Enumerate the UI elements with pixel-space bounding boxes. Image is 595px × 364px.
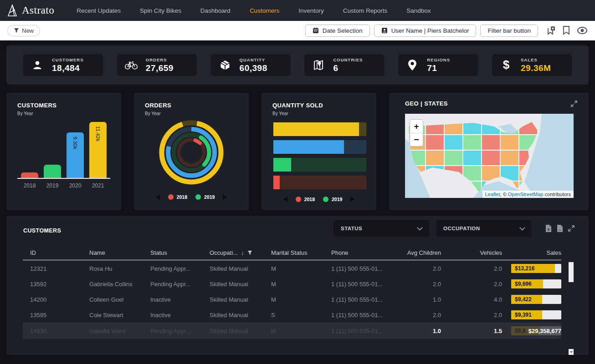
- cell-id: 14200: [23, 296, 89, 303]
- kpi-card-countries[interactable]: COUNTRIES6: [304, 54, 384, 76]
- state-shape[interactable]: [500, 135, 519, 150]
- status-filter-dropdown[interactable]: STATUS: [333, 220, 429, 237]
- sales-cell: $9,422: [502, 295, 561, 304]
- totals-sales: $29,358,677: [502, 328, 561, 334]
- table-row[interactable]: 13592Gabriella CollinsPending Appr...Ski…: [23, 276, 561, 292]
- totals-vehicles: 1.5: [441, 328, 502, 334]
- sort-desc-icon[interactable]: ↓: [241, 249, 244, 256]
- cell-occupation: Skilled Manual: [210, 281, 271, 288]
- column-header-occupati-[interactable]: Occupati...↓: [210, 249, 271, 256]
- state-shape[interactable]: [463, 135, 482, 150]
- customers-bar-chart-card[interactable]: CUSTOMERS By Year 9.30k11.42k 2018201920…: [6, 93, 121, 210]
- csv-export-icon[interactable]: ,: [556, 224, 564, 233]
- hbar-2020[interactable]: [273, 140, 366, 154]
- state-shape[interactable]: [463, 150, 482, 166]
- kpi-card-regions[interactable]: REGIONS71: [398, 54, 478, 76]
- scrollbar-thumb[interactable]: [569, 262, 574, 282]
- x-tick-label: 2020: [67, 182, 84, 189]
- user-button[interactable]: User Name | Piers Batchelor: [374, 25, 477, 37]
- chart-title: ORDERS: [145, 102, 238, 109]
- column-header-sales[interactable]: Sales: [502, 249, 561, 256]
- bar-2020[interactable]: 9.30k: [67, 132, 84, 178]
- state-shape[interactable]: [500, 150, 519, 166]
- column-header-status[interactable]: Status: [150, 249, 210, 256]
- prev-arrow-icon[interactable]: [156, 194, 160, 200]
- excel-export-icon[interactable]: X: [545, 224, 552, 233]
- expand-icon[interactable]: [568, 225, 575, 232]
- nav-item-inventory[interactable]: Inventory: [289, 7, 333, 14]
- column-header-marital-status[interactable]: Marital Status: [271, 249, 331, 256]
- eye-icon[interactable]: [577, 26, 588, 35]
- hbar-2019[interactable]: [273, 158, 366, 172]
- state-shape[interactable]: [444, 150, 463, 166]
- kpi-value: 18,484: [52, 63, 84, 73]
- map-attribution: Leaflet, © OpenStreetMap contributors: [482, 191, 574, 198]
- legend-item-2019[interactable]: 2019: [323, 197, 342, 202]
- orders-donut-chart-card[interactable]: ORDERS By Year 20182019: [134, 93, 249, 210]
- new-filter-button[interactable]: New: [7, 25, 40, 36]
- date-selection-button[interactable]: Date Selection: [305, 25, 370, 37]
- bar-2019[interactable]: [44, 165, 61, 178]
- column-header-phone[interactable]: Phone: [331, 249, 386, 256]
- bookmark-icon[interactable]: [562, 25, 571, 35]
- state-shape[interactable]: [444, 135, 463, 150]
- kpi-card-orders[interactable]: ORDERS27,659: [117, 54, 197, 76]
- state-shape[interactable]: [426, 150, 444, 166]
- brand[interactable]: Astrato: [6, 4, 54, 17]
- chevron-down-icon: [417, 225, 423, 231]
- table-row[interactable]: 14200Colleen GoelInactiveSkilled ManualM…: [23, 292, 561, 307]
- quantity-hbar-chart-card[interactable]: QUANTITY SOLD By Year 20182019: [262, 93, 376, 210]
- next-arrow-icon[interactable]: [350, 197, 354, 202]
- column-header-name[interactable]: Name: [89, 249, 150, 256]
- hbar-2018[interactable]: [273, 176, 366, 189]
- legend-item-2018[interactable]: 2018: [296, 197, 315, 202]
- donut-arc-2021: [162, 123, 221, 182]
- zoom-in-button[interactable]: +: [410, 120, 423, 133]
- occupation-filter-dropdown[interactable]: OCCUPATION: [436, 220, 532, 237]
- table-scrollbar[interactable]: [569, 262, 574, 339]
- state-shape[interactable]: [426, 135, 444, 150]
- geo-states-map-card[interactable]: GEO | STATES + − Leaflet, © OpenStreetMa…: [389, 93, 589, 210]
- state-shape[interactable]: [482, 150, 500, 166]
- expand-icon[interactable]: [570, 100, 578, 107]
- kpi-card-sales[interactable]: $SALES29.36M: [492, 54, 572, 76]
- nav-item-recent-updates[interactable]: Recent Updates: [67, 7, 130, 14]
- table-row[interactable]: 12321Rosa HuPending Appr...Skilled Manua…: [23, 261, 561, 276]
- zoom-out-button[interactable]: −: [410, 133, 423, 146]
- bar-2021[interactable]: 11.42k: [89, 122, 107, 178]
- bookmark-add-icon[interactable]: [546, 25, 556, 35]
- hbar-2021[interactable]: [273, 122, 366, 136]
- kpi-card-quantity[interactable]: QUANTITY60,398: [211, 54, 291, 76]
- legend-item-2019[interactable]: 2019: [195, 194, 215, 200]
- cell-vehicles: 4.0: [441, 296, 502, 303]
- nav-item-dashboard[interactable]: Dashboard: [191, 7, 240, 14]
- cell-id: 13595: [23, 312, 89, 318]
- nav-item-sandbox[interactable]: Sandbox: [397, 7, 440, 14]
- column-label: Name: [89, 249, 105, 256]
- column-header-id[interactable]: ID: [23, 249, 89, 256]
- kpi-label: SALES: [521, 57, 551, 62]
- legend-item-2018[interactable]: 2018: [168, 194, 187, 200]
- column-header-avg-children[interactable]: Avg Children: [386, 249, 441, 256]
- column-filter-icon[interactable]: [247, 250, 252, 255]
- sales-cell: $9,696: [502, 279, 561, 288]
- bar-2018[interactable]: [21, 172, 38, 178]
- sales-bar: $13,216: [511, 264, 561, 273]
- cell-phone: 1 (11) 500 555-01...: [331, 312, 386, 318]
- nav-item-spin-city-bikes[interactable]: Spin City Bikes: [130, 7, 191, 14]
- nav-item-customers[interactable]: Customers: [240, 7, 289, 14]
- state-shape[interactable]: [482, 135, 500, 150]
- table-row[interactable]: 13595Cole StewartInactiveSkilled ManualS…: [23, 307, 561, 323]
- filter-bar-button[interactable]: Filter bar button: [480, 25, 538, 37]
- nav-item-custom-reports[interactable]: Custom Reports: [333, 7, 397, 14]
- leaflet-link[interactable]: Leaflet: [485, 192, 500, 197]
- cell-id: 12321: [23, 265, 89, 272]
- osm-link[interactable]: OpenStreetMap: [508, 192, 544, 197]
- prev-arrow-icon[interactable]: [283, 197, 287, 202]
- scrollbar-down-arrow[interactable]: [569, 349, 574, 355]
- leaflet-map[interactable]: + − Leaflet, © OpenStreetMap contributor…: [405, 114, 574, 198]
- legend-dot: [323, 197, 328, 202]
- column-header-vehicles[interactable]: Vehicles: [441, 249, 502, 256]
- kpi-card-customers[interactable]: CUSTOMERS18,484: [23, 54, 103, 76]
- next-arrow-icon[interactable]: [223, 194, 227, 200]
